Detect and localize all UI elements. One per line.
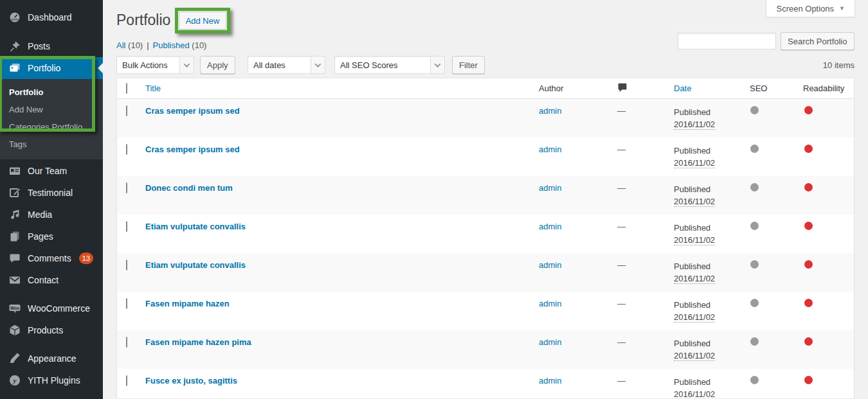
sidebar-item-label: Pages <box>28 231 53 242</box>
readability-dot <box>804 106 813 114</box>
sidebar-item-label: Our Team <box>28 166 67 176</box>
sidebar-item-yith-plugins[interactable]: y YITH Plugins <box>0 369 103 391</box>
post-title-link[interactable]: Fusce ex justo, sagittis <box>145 376 237 386</box>
sort-by-title-link[interactable]: Title <box>145 84 161 93</box>
post-title-link[interactable]: Etiam vulputate convallis <box>145 260 246 270</box>
sidebar-item-pages[interactable]: Pages <box>0 226 103 247</box>
select-all-checkbox[interactable] <box>126 83 127 94</box>
post-title-link[interactable]: Donec condi men tum <box>145 183 233 193</box>
readability-dot <box>804 376 813 384</box>
views-separator: | <box>147 40 149 50</box>
search-portfolio-button[interactable]: Search Portfolio <box>781 32 854 50</box>
readability-dot <box>804 337 813 346</box>
author-link[interactable]: admin <box>539 145 561 154</box>
seo-dot <box>750 145 759 153</box>
readability-dot <box>804 145 813 153</box>
submenu-item-portfolio[interactable]: Portfolio <box>0 84 103 101</box>
sidebar-item-label: Testimonial <box>28 188 73 198</box>
sidebar-item-testimonial[interactable]: Testimonial <box>0 182 103 204</box>
sidebar-item-label: YITH Plugins <box>28 375 80 386</box>
readability-dot <box>804 299 813 307</box>
sidebar-item-products[interactable]: Products <box>0 319 103 341</box>
current-menu-arrow <box>98 63 103 73</box>
view-published-link[interactable]: Published (10) <box>153 40 207 50</box>
screen-options-tab[interactable]: Screen Options ▼ <box>766 0 855 17</box>
date-filter-label: All dates <box>248 60 311 70</box>
post-title-link[interactable]: Etiam vulputate convallis <box>145 222 246 231</box>
submenu-item-categories-portfolio[interactable]: Categories Portfolio <box>0 118 103 136</box>
woocommerce-icon: Woo <box>8 302 21 315</box>
date-filter-select[interactable]: All dates <box>248 56 325 74</box>
row-checkbox[interactable] <box>126 182 127 193</box>
filter-button[interactable]: Filter <box>452 56 485 74</box>
table-row: Fasen mipame hazen pima admin — Publishe… <box>117 330 854 369</box>
post-title-link[interactable]: Cras semper ipsum sed <box>145 145 240 154</box>
author-link[interactable]: admin <box>539 106 561 116</box>
post-status: Published <box>674 299 746 311</box>
items-count: 10 items <box>823 60 854 70</box>
row-checkbox[interactable] <box>126 375 127 386</box>
author-link[interactable]: admin <box>539 376 561 386</box>
author-link[interactable]: admin <box>539 183 561 193</box>
row-checkbox[interactable] <box>126 298 127 309</box>
sidebar-item-our-team[interactable]: Our Team <box>0 160 103 182</box>
no-comments-dash: — <box>615 260 626 270</box>
select-caret <box>311 57 325 73</box>
bulk-actions-select[interactable]: Bulk Actions <box>116 56 194 74</box>
table-row: Etiam vulputate convallis admin — Publis… <box>117 253 854 292</box>
annotation-box-add-new: Add New <box>175 8 230 33</box>
sidebar-item-media[interactable]: Media <box>0 204 103 226</box>
author-link[interactable]: admin <box>539 260 561 270</box>
sidebar-item-appearance[interactable]: Appearance <box>0 348 103 369</box>
post-date: 2016/11/02 <box>674 274 715 284</box>
post-status: Published <box>674 260 746 272</box>
envelope-icon <box>8 274 21 287</box>
sidebar-item-label: Posts <box>28 41 50 51</box>
comments-count-badge: 13 <box>79 253 93 264</box>
post-title-link[interactable]: Cras semper ipsum sed <box>145 106 240 116</box>
post-title-link[interactable]: Fasen mipame hazen pima <box>145 337 251 347</box>
apply-button[interactable]: Apply <box>200 56 235 74</box>
add-new-button[interactable]: Add New <box>179 12 227 30</box>
sidebar-item-portfolio[interactable]: Portfolio <box>0 57 103 79</box>
select-caret <box>179 57 194 73</box>
sidebar-item-dashboard[interactable]: Dashboard <box>0 6 103 28</box>
sidebar-item-contact[interactable]: Contact <box>0 269 103 291</box>
author-link[interactable]: admin <box>539 222 561 231</box>
author-link[interactable]: admin <box>539 299 561 308</box>
submenu-label: Add New <box>9 105 43 114</box>
sidebar-item-woocommerce[interactable]: Woo WooCommerce <box>0 297 103 319</box>
row-checkbox[interactable] <box>126 337 127 348</box>
yith-icon: y <box>8 374 21 387</box>
seo-dot <box>750 222 759 230</box>
view-published-count: (10) <box>192 40 206 50</box>
post-status: Published <box>674 145 746 157</box>
sort-by-date-link[interactable]: Date <box>674 84 691 93</box>
post-status: Published <box>674 222 746 234</box>
submenu-item-tags[interactable]: Tags <box>0 136 103 153</box>
admin-sidebar: Dashboard Posts Portfolio Portfolio Add … <box>0 0 103 399</box>
row-checkbox[interactable] <box>126 221 127 232</box>
seo-dot <box>750 106 759 114</box>
author-link[interactable]: admin <box>539 337 561 347</box>
post-title-link[interactable]: Fasen mipame hazen <box>145 299 230 308</box>
row-checkbox[interactable] <box>126 260 127 270</box>
view-filter-links: All (10)|Published (10) <box>116 40 206 50</box>
post-date: 2016/11/02 <box>674 351 715 361</box>
table-row: Fusce ex justo, sagittis admin — Publish… <box>117 369 854 399</box>
table-row: Cras semper ipsum sed admin — Published … <box>117 99 854 137</box>
post-date: 2016/11/02 <box>674 389 715 399</box>
seo-filter-select[interactable]: All SEO Scores <box>334 56 445 74</box>
select-caret <box>430 57 444 73</box>
row-checkbox[interactable] <box>126 105 127 116</box>
view-all-count: (10) <box>128 40 143 50</box>
pushpin-icon <box>8 40 21 53</box>
submenu-label: Categories Portfolio <box>9 122 82 132</box>
search-input[interactable] <box>678 33 776 49</box>
row-checkbox[interactable] <box>126 144 127 155</box>
submenu-item-add-new[interactable]: Add New <box>0 101 103 118</box>
sidebar-item-comments[interactable]: Comments 13 <box>0 247 103 269</box>
seo-column-header: SEO <box>750 84 767 93</box>
sidebar-item-posts[interactable]: Posts <box>0 35 103 57</box>
view-all-link[interactable]: All (10) <box>116 40 143 50</box>
